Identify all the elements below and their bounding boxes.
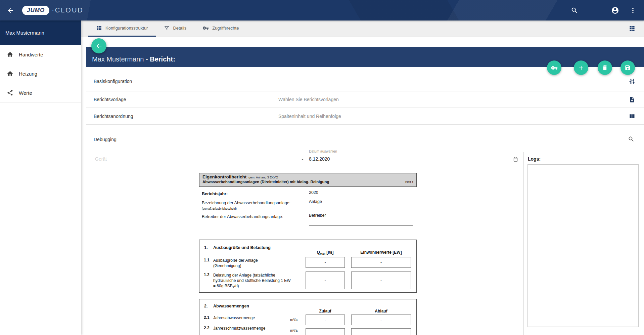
report-fields: Berichtsjahr: 2020 Bezeichnung der Abwas…	[199, 187, 417, 240]
row-label: Berichtsanordnung	[94, 114, 133, 119]
header-title-rest: - Bericht:	[144, 55, 175, 63]
sidebar-item-label: Werte	[19, 90, 32, 96]
row-label: Belastung der Anlage (tatsächliche hydra…	[213, 273, 294, 289]
key-icon	[202, 25, 209, 31]
report-preview: Eigenkontrollbericht gem. Anhang 3 EKVO …	[199, 173, 417, 335]
row-number: 2.1	[204, 315, 210, 320]
cloud-brand-text: ·CLOUD	[52, 6, 84, 14]
search-icon[interactable]	[569, 5, 580, 16]
row-label: Basiskonfiguration	[94, 79, 132, 84]
date-picker-field[interactable]: Datum auswählen 8.12.2020	[309, 149, 519, 164]
section-title: Abwassermengen	[213, 304, 249, 308]
value-cell: -	[351, 315, 411, 325]
value-cell: -	[306, 257, 345, 268]
row-number: 1.1	[204, 258, 210, 262]
sidebar-item-label: Handwerte	[19, 52, 43, 57]
sidebar-item-werte[interactable]: Werte	[0, 83, 81, 102]
value-cell: -	[351, 271, 411, 289]
column-header-ablauf: Ablauf	[351, 309, 411, 313]
section-number: 2.	[204, 304, 208, 308]
jumo-logo: JUMO	[22, 6, 49, 15]
section-title: Ausbaugröße und Belastung	[213, 245, 271, 250]
tab-konfigurationsstruktur[interactable]: Konfigurationsstruktur	[88, 20, 156, 37]
report-title: Eigenkontrollbericht	[202, 174, 246, 179]
top-app-bar: JUMO ·CLOUD	[0, 0, 644, 20]
file-add-icon[interactable]	[629, 96, 635, 103]
date-field-value: 8.12.2020	[309, 156, 330, 162]
plant-name-value: Anlage	[309, 199, 413, 205]
row-label: Jahresabwassermenge	[213, 315, 287, 321]
apps-grid-icon[interactable]	[629, 26, 635, 32]
device-select-placeholder: Gerät	[95, 156, 107, 162]
row-value: Wählen Sie Berichtsvorlagen	[278, 97, 339, 102]
permissions-button[interactable]	[547, 60, 561, 75]
tab-bar: Konfigurationsstruktur Details Zugriffsr…	[81, 20, 644, 37]
operator-label: Betreiber der Abwasserbehandlungsanlage:	[202, 214, 283, 219]
row-berichtsanordnung[interactable]: Berichtsanordnung Spalteninhalt und Reih…	[86, 108, 644, 125]
year-value: 2020	[309, 190, 351, 196]
operator-value: Betreiber	[309, 213, 413, 219]
value-cell: -	[306, 315, 345, 325]
header-title-user: Max Mustermann	[92, 55, 144, 63]
vertical-divider	[523, 152, 524, 335]
row-label: Ausbaugröße der Anlage (Genehmigung)	[213, 258, 270, 268]
report-title-note: gem. Anhang 3 EKVO	[248, 176, 278, 179]
report-section-1: 1. Ausbaugröße und Belastung Qmax [l/s] …	[199, 240, 417, 293]
section-number: 1.	[204, 245, 208, 250]
logs-label: Logs:	[528, 156, 541, 162]
row-value: Spalteninhalt und Reihenfolge	[278, 114, 341, 119]
sidebar-item-handwerte[interactable]: Handwerte	[0, 45, 81, 64]
columns-icon[interactable]	[629, 113, 635, 120]
debugging-section-title: Debugging	[94, 137, 117, 142]
report-section-2: 2. Abwassermengen Zulauf Ablauf 2.1 Jahr…	[199, 299, 417, 335]
sidebar: Max Mustermann Handwerte Heizung Werte	[0, 20, 81, 335]
save-button[interactable]	[620, 60, 635, 75]
grid-icon	[96, 25, 102, 31]
tab-label: Konfigurationsstruktur	[105, 26, 148, 31]
sidebar-nav: Handwerte Heizung Werte	[0, 45, 81, 102]
plus-icon	[578, 65, 585, 71]
date-field-label: Datum auswählen	[309, 149, 337, 153]
account-icon[interactable]	[609, 4, 621, 16]
row-label: Berichtsvorlage	[94, 97, 126, 102]
back-fab-button[interactable]	[91, 38, 106, 53]
row-label: Jahresschmutzwassermenge	[213, 326, 287, 331]
trash-icon	[602, 65, 608, 71]
jumo-cloud-logo: JUMO ·CLOUD	[22, 6, 84, 15]
share-icon	[7, 89, 13, 96]
column-header-zulauf: Zulauf	[306, 309, 345, 313]
plant-name-label: Bezeichnung der Abwasserbehandlungsanlag…	[202, 201, 290, 205]
filter-icon	[164, 25, 170, 31]
row-berichtsvorlage[interactable]: Berichtsvorlage Wählen Sie Berichtsvorla…	[86, 91, 644, 108]
year-label: Berichtsjahr:	[202, 192, 228, 196]
row-basiskonfiguration[interactable]: Basiskonfiguration	[86, 71, 644, 91]
key-icon	[551, 65, 558, 71]
row-unit: m³/a	[290, 328, 297, 332]
value-cell	[351, 328, 411, 335]
sidebar-item-heizung[interactable]: Heizung	[0, 64, 81, 83]
column-header-ew: Einwohnerwerte [EW]	[351, 250, 411, 255]
device-select[interactable]: Gerät	[94, 153, 306, 164]
back-icon[interactable]	[5, 5, 16, 16]
home-icon	[7, 51, 13, 58]
tab-zugriffsrechte[interactable]: Zugriffsrechte	[194, 20, 247, 37]
tab-label: Zugriffsrechte	[212, 26, 239, 31]
blank-write-line	[309, 231, 413, 231]
value-cell: -	[351, 257, 411, 268]
delete-button[interactable]	[598, 60, 612, 75]
value-cell	[306, 328, 345, 335]
report-subtitle: Abwasserbehandlungsanlagen (Direkteinlei…	[202, 180, 329, 184]
sidebar-item-label: Heizung	[19, 71, 37, 77]
arrow-left-icon	[95, 42, 103, 50]
report-title-block: Eigenkontrollbericht gem. Anhang 3 EKVO …	[199, 173, 417, 187]
save-icon	[625, 65, 631, 71]
row-unit: m³/a	[290, 318, 297, 322]
calendar-icon[interactable]	[513, 157, 518, 162]
add-button[interactable]	[574, 60, 588, 75]
tune-sliders-icon[interactable]	[629, 78, 635, 85]
tab-details[interactable]: Details	[156, 20, 194, 37]
logs-output-panel[interactable]	[527, 164, 639, 327]
more-options-icon[interactable]	[627, 5, 639, 16]
blank-write-line	[309, 225, 413, 226]
search-icon[interactable]	[628, 136, 635, 142]
